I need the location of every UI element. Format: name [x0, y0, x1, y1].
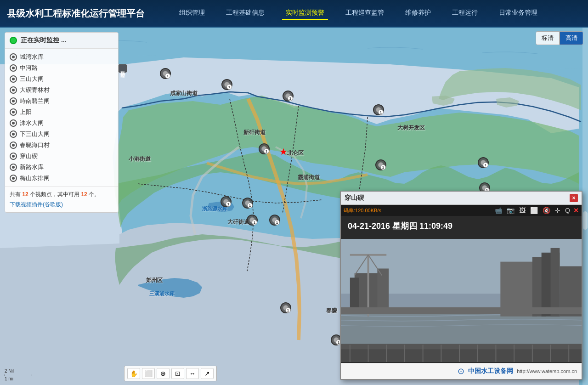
cam-marker-10[interactable]: 1 [269, 215, 280, 226]
standard-quality-btn[interactable]: 标清 [536, 31, 560, 45]
main-nav: 组织管理工程基础信息实时监测预警工程巡查监管维修养护工程运行日常业务管理 [129, 7, 588, 20]
panel-footer: 共有 12 个视频点，其中可用 12 个。 下载视频插件(谷歌版) [5, 187, 118, 212]
download-plugin-link[interactable]: 下载视频插件(谷歌版) [10, 201, 113, 209]
map-label-sanxi: 三溪浦水库 [149, 290, 175, 297]
camera-icon [10, 75, 17, 83]
camera-item-三山大闸[interactable]: 三山大闸 [10, 74, 113, 85]
cam-marker-3[interactable]: 1 [283, 91, 294, 102]
camera-label: 梅山东排闸 [20, 174, 50, 182]
svg-rect-17 [341, 348, 582, 362]
nav-item-维修养护[interactable]: 维修养护 [401, 7, 435, 20]
hand-tool-btn[interactable]: ✋ [127, 368, 140, 379]
camera-count-text: 共有 12 个视频点，其中可用 12 个。 [10, 191, 113, 198]
camera-icon [10, 142, 17, 149]
map-label-xingan: 新矸街道 [243, 129, 266, 136]
select-tool-btn[interactable]: ⬜ [142, 368, 155, 379]
cam-marker-6[interactable]: 1 [375, 159, 386, 170]
camera-label: 春晓海口村 [20, 141, 50, 149]
camera-item-城湾水库[interactable]: 城湾水库 [10, 51, 113, 62]
cam-marker-7[interactable]: 1 [220, 196, 232, 207]
map-label-xianjiaShan: 咸家山街道 [170, 90, 198, 97]
cam-marker-2[interactable]: 1 [221, 79, 232, 90]
nav-item-工程巡查监管[interactable]: 工程巡查监管 [342, 7, 388, 20]
measure-btn[interactable]: ↗ [201, 368, 214, 379]
map-scrollbar[interactable] [582, 28, 588, 385]
popup-title: 穿山碶 [345, 194, 364, 202]
nav-item-工程运行[interactable]: 工程运行 [448, 7, 481, 20]
cam-marker-13[interactable]: 1 [478, 157, 489, 168]
map-container: 咸家山街道 新矸街道 大树开发区 小港街道 北仑区 霞浦街道 大矸街道 郊州区 … [0, 28, 588, 385]
camera-icon [10, 53, 17, 61]
count1: 12 [22, 191, 28, 198]
toolbar-close-btn[interactable]: ✕ [573, 207, 579, 214]
nav-item-组织管理[interactable]: 组织管理 [175, 7, 209, 20]
volume-icon[interactable]: 🔇 [541, 206, 552, 215]
video-scene [341, 239, 582, 362]
nav-item-工程基础信息[interactable]: 工程基础信息 [222, 7, 268, 20]
cam-marker-1[interactable]: 1 [160, 68, 171, 79]
count2: 12 [81, 191, 87, 198]
cam-marker-8[interactable]: 1 [242, 198, 253, 209]
video-side-tab[interactable]: 视频监控 [119, 64, 127, 73]
svg-rect-16 [341, 307, 582, 314]
camera-item-新路水库[interactable]: 新路水库 [10, 162, 113, 173]
camera-item-春晓海口村[interactable]: 春晓海口村 [10, 140, 113, 151]
scale-label-1: 2 Nil [5, 368, 32, 374]
scrollbar-thumb[interactable] [583, 211, 588, 230]
map-label-chunmeng: 春朦 [326, 307, 337, 315]
nav-item-日常业务管理[interactable]: 日常业务管理 [495, 7, 541, 20]
map-label-beilun: 北仑区 [287, 149, 304, 157]
camera-snap-icon[interactable]: 📷 [505, 206, 516, 215]
camera-list-panel: 正在实时监控 ... 城湾水库中河路三山大闸大碶青林村峙南碧兰闸上阳洙水大闸下三… [5, 32, 119, 213]
cam-marker-9[interactable]: 1 [247, 215, 258, 226]
camera-label: 大碶青林村 [20, 86, 50, 94]
cam-marker-11[interactable]: 1 [280, 302, 291, 313]
video-timestamp: 04-21-2016 星期四 11:09:49 [348, 221, 452, 232]
map-label-jiaozhou: 郊州区 [146, 277, 163, 284]
camera-label: 上阳 [20, 108, 32, 116]
camera-item-上阳[interactable]: 上阳 [10, 107, 113, 118]
record-icon[interactable]: 📹 [493, 206, 503, 215]
zoom-icon[interactable]: Q [564, 206, 571, 215]
pan-btn[interactable]: ↔ [186, 368, 199, 379]
popup-toolbar: 码率:120.00KB/s 📹 📷 🖼 ⬜ 🔇 ✛ Q ✕ [341, 205, 582, 216]
header: 县级水利工程标准化运行管理平台 组织管理工程基础信息实时监测预警工程巡查监管维修… [0, 0, 588, 28]
camera-label: 峙南碧兰闸 [20, 97, 50, 105]
snapshot-icon[interactable]: 🖼 [518, 206, 527, 215]
cam-marker-4[interactable]: 1 [373, 104, 384, 115]
panel-header: 正在实时监控 ... [5, 33, 118, 49]
zoom-in-btn[interactable]: ⊕ [157, 368, 170, 379]
video-display-area: 04-21-2016 星期四 11:09:49 [341, 216, 582, 363]
svg-rect-14 [551, 248, 560, 317]
camera-label: 三山大闸 [20, 75, 44, 83]
fullscreen-icon[interactable]: ⬜ [529, 206, 539, 215]
map-quality-buttons: 标清 高清 [536, 31, 583, 45]
camera-item-梅山东排闸[interactable]: 梅山东排闸 [10, 173, 113, 184]
nav-item-实时监测预警[interactable]: 实时监测预警 [282, 7, 328, 20]
scale-bar: 2 Nil 1 mi [5, 368, 32, 381]
camera-popup-window: 穿山碶 × 码率:120.00KB/s 📹 📷 🖼 ⬜ 🔇 ✛ Q ✕ 04-2… [340, 191, 582, 380]
move-icon[interactable]: ✛ [554, 206, 562, 215]
camera-label: 城湾水库 [20, 53, 44, 61]
scale-label-2: 1 mi [5, 376, 32, 381]
camera-item-中河路[interactable]: 中河路 [10, 62, 113, 74]
camera-item-下三山大闸[interactable]: 下三山大闸 [10, 129, 113, 140]
popup-title-bar: 穿山碶 × [341, 192, 582, 205]
map-label-xiaogang: 小港街道 [129, 155, 151, 163]
high-quality-btn[interactable]: 高清 [560, 31, 583, 45]
bitrate-display: 码率:120.00KB/s [344, 207, 491, 214]
camera-item-峙南碧兰闸[interactable]: 峙南碧兰闸 [10, 96, 113, 107]
red-star-marker: ★ [279, 146, 288, 157]
zoom-out-btn[interactable]: ⊡ [171, 368, 184, 379]
camera-icon [10, 175, 17, 182]
popup-footer: ⊙ 中国水工设备网 http://www.watersb.com.cn [341, 363, 582, 379]
camera-item-洙水大闸[interactable]: 洙水大闸 [10, 118, 113, 129]
panel-title: 正在实时监控 ... [21, 36, 67, 45]
cam-marker-5[interactable]: 1 [259, 143, 270, 154]
popup-close-btn[interactable]: × [570, 194, 578, 202]
camera-item-大碶青林村[interactable]: 大碶青林村 [10, 85, 113, 96]
camera-icon [10, 97, 17, 105]
app-title: 县级水利工程标准化运行管理平台 [0, 7, 129, 20]
camera-label: 穿山碶 [20, 152, 38, 160]
camera-item-穿山碶[interactable]: 穿山碶 [10, 151, 113, 162]
